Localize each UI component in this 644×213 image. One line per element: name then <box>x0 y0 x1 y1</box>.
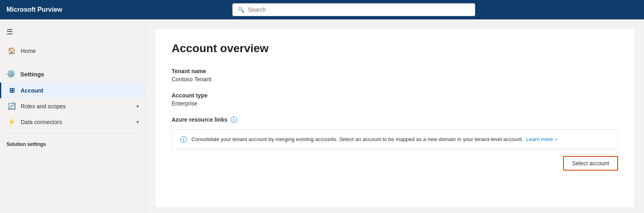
sidebar-divider-1 <box>6 62 139 62</box>
azure-info-box: i Consolidate your tenant account by mer… <box>172 129 618 150</box>
sidebar-item-data-connectors[interactable]: ⚡ Data connectors ▾ <box>0 114 145 130</box>
content-card: Account overview Tenant name Contoso Ten… <box>155 29 634 207</box>
settings-icon: ⚙️ <box>6 70 15 78</box>
account-icon: ⊞ <box>8 86 16 94</box>
account-type-label: Account type <box>172 92 618 99</box>
account-type-value: Enterprise <box>172 100 618 107</box>
search-icon: 🔍 <box>238 6 244 13</box>
app-title: Microsoft Purview <box>6 6 62 13</box>
sidebar-home-label: Home <box>21 48 139 54</box>
sidebar-item-home[interactable]: 🏠 Home <box>0 43 145 59</box>
sidebar: ☰ 🏠 Home ⚙️ Settings ⊞ Account 🔄 Roles a… <box>0 19 146 213</box>
account-type-group: Account type Enterprise <box>172 92 618 107</box>
hamburger-button[interactable]: ☰ <box>0 24 145 43</box>
solution-settings-label: Solution settings <box>0 137 145 149</box>
sidebar-account-label: Account <box>21 87 139 94</box>
tenant-name-value: Contoso Tenant <box>172 76 618 82</box>
page-title: Account overview <box>172 42 618 55</box>
top-nav: Microsoft Purview 🔍 <box>0 0 644 19</box>
sidebar-item-account[interactable]: ⊞ Account <box>0 82 145 98</box>
main-content: Account overview Tenant name Contoso Ten… <box>146 19 644 213</box>
sidebar-item-roles-and-scopes[interactable]: 🔄 Roles and scopes ▾ <box>0 98 145 114</box>
info-icon: i <box>231 116 237 123</box>
azure-links-header: Azure resource links i <box>172 116 618 123</box>
sidebar-data-connectors-label: Data connectors <box>21 119 132 125</box>
search-bar[interactable]: 🔍 <box>232 3 475 16</box>
search-input[interactable] <box>248 6 470 13</box>
azure-links-title: Azure resource links <box>172 116 227 123</box>
chevron-down-icon-2: ▾ <box>136 119 139 125</box>
sidebar-roles-label: Roles and scopes <box>21 103 132 110</box>
sidebar-item-settings[interactable]: ⚙️ Settings <box>0 65 145 82</box>
roles-icon: 🔄 <box>8 102 16 110</box>
sidebar-divider-2 <box>6 133 139 133</box>
home-icon: 🏠 <box>8 47 16 55</box>
azure-info-text: Consolidate your tenant account by mergi… <box>191 136 610 142</box>
tenant-name-group: Tenant name Contoso Tenant <box>172 68 618 82</box>
select-account-button[interactable]: Select account <box>563 156 618 171</box>
data-connectors-icon: ⚡ <box>8 118 16 126</box>
learn-more-link[interactable]: Learn more <box>526 136 557 142</box>
select-account-btn-wrapper: Select account <box>172 156 618 171</box>
sidebar-settings-label: Settings <box>20 71 44 78</box>
tenant-name-label: Tenant name <box>172 68 618 74</box>
app-body: ☰ 🏠 Home ⚙️ Settings ⊞ Account 🔄 Roles a… <box>0 19 644 213</box>
chevron-down-icon: ▾ <box>136 103 139 109</box>
search-bar-wrapper: 🔍 <box>70 3 638 16</box>
info-icon-2: i <box>180 136 187 143</box>
